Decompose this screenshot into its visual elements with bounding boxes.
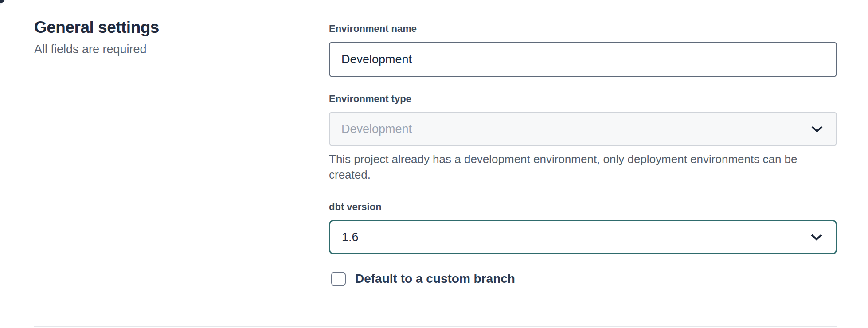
dbt-version-value: 1.6 xyxy=(342,230,359,244)
general-settings-panel: General settings All fields are required… xyxy=(0,0,868,328)
chevron-down-icon xyxy=(811,126,823,133)
environment-type-select: Development xyxy=(329,112,837,146)
custom-branch-label[interactable]: Default to a custom branch xyxy=(355,271,515,286)
section-header: General settings All fields are required xyxy=(34,17,282,57)
environment-name-label: Environment name xyxy=(329,22,837,35)
environment-name-field: Environment name xyxy=(329,22,837,77)
custom-branch-checkbox[interactable] xyxy=(331,272,346,286)
section-divider xyxy=(34,326,837,327)
environment-name-input[interactable] xyxy=(329,42,837,77)
environment-type-value: Development xyxy=(341,122,412,136)
custom-branch-row: Default to a custom branch xyxy=(331,271,837,286)
dbt-version-field: dbt version 1.6 xyxy=(329,200,837,254)
page-title: General settings xyxy=(34,17,282,38)
dbt-version-label: dbt version xyxy=(329,200,837,214)
page-subtitle: All fields are required xyxy=(34,42,282,57)
dbt-version-select[interactable]: 1.6 xyxy=(329,220,837,254)
settings-form: Environment name Environment type Develo… xyxy=(329,22,837,286)
environment-type-field: Environment type Development This projec… xyxy=(329,92,837,183)
chevron-down-icon xyxy=(811,234,822,241)
environment-type-label: Environment type xyxy=(329,92,837,105)
environment-type-helper: This project already has a development e… xyxy=(329,152,837,183)
